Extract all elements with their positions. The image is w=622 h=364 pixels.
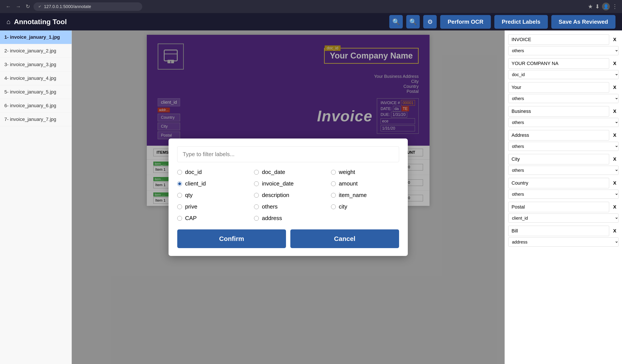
label-select-invoice[interactable]: others doc_id client_id invoice_date add… (508, 46, 619, 55)
sidebar: 1- invoice_january_1.jpg 2- invoice_janu… (0, 30, 72, 364)
zoom-in-button[interactable]: 🔍 (389, 15, 403, 28)
sidebar-item-6[interactable]: 6- invoice_january_6.jpg (0, 99, 72, 113)
right-panel-row-8: X client_id others doc_id (508, 202, 619, 223)
cancel-button[interactable]: Cancel (290, 230, 399, 248)
label-select-your[interactable]: others doc_id client_id (508, 94, 619, 103)
zoom-out-button[interactable]: 🔍 (406, 15, 420, 28)
download-icon[interactable]: ⬇ (595, 3, 600, 10)
forward-button[interactable]: → (14, 2, 22, 11)
option-weight[interactable]: weight (331, 169, 399, 175)
option-client-id[interactable]: client_id (177, 180, 245, 187)
back-button[interactable]: ← (4, 2, 12, 11)
label-value-country[interactable] (508, 178, 609, 188)
label-select-city[interactable]: others city doc_id (508, 166, 619, 175)
label-select-country[interactable]: others city doc_id (508, 190, 619, 199)
label-select-postal[interactable]: client_id others doc_id (508, 213, 619, 223)
label-select-company[interactable]: doc_id others client_id (508, 70, 619, 79)
option-description[interactable]: description (254, 192, 322, 198)
right-panel-row-6: X others city doc_id (508, 154, 619, 175)
option-qty[interactable]: qty (177, 192, 245, 198)
option-empty (331, 215, 399, 222)
option-item-name[interactable]: item_name (331, 192, 399, 198)
delete-your-btn[interactable]: X (611, 84, 619, 91)
label-value-company[interactable] (508, 58, 609, 69)
refresh-button[interactable]: ↻ (24, 2, 31, 11)
delete-business-btn[interactable]: X (611, 108, 619, 115)
label-select-business[interactable]: others doc_id client_id (508, 118, 619, 127)
delete-bill-btn[interactable]: X (611, 227, 619, 235)
label-value-postal[interactable] (508, 202, 609, 212)
right-panel-row-1: X others doc_id client_id invoice_date a… (508, 34, 619, 55)
label-picker-modal: doc_id doc_date weight client_id (169, 138, 408, 256)
sidebar-item-2[interactable]: 2- invoice_january_2.jpg (0, 44, 72, 58)
modal-button-row: Confirm Cancel (177, 230, 399, 248)
right-panel-row-4: X others doc_id client_id (508, 106, 619, 127)
app-topbar: ⌂ Annotating Tool 🔍 🔍 ⚙ Perform OCR Pred… (0, 13, 622, 30)
right-panel-row-9: X address others doc_id (508, 226, 619, 247)
option-prive[interactable]: prive (177, 203, 245, 210)
predict-labels-button[interactable]: Predict Labels (494, 15, 548, 29)
document-area: doc_id Your Company Name Your Business A… (72, 30, 505, 364)
home-icon[interactable]: ⌂ (6, 18, 10, 25)
app-title: Annotating Tool (14, 18, 386, 26)
delete-postal-btn[interactable]: X (611, 203, 619, 211)
option-invoice-date[interactable]: invoice_date (254, 180, 322, 187)
delete-invoice-btn[interactable]: X (611, 36, 619, 43)
option-others[interactable]: others (254, 203, 322, 210)
save-reviewed-button[interactable]: Save As Reviewed (551, 15, 616, 29)
option-cap[interactable]: CAP (177, 215, 245, 222)
label-value-bill[interactable] (508, 226, 609, 236)
label-value-your[interactable] (508, 82, 609, 93)
option-amount[interactable]: amount (331, 180, 399, 187)
delete-country-btn[interactable]: X (611, 179, 619, 187)
delete-city-btn[interactable]: X (611, 155, 619, 163)
right-panel-row-3: X others doc_id client_id (508, 82, 619, 103)
confirm-button[interactable]: Confirm (177, 230, 286, 248)
label-select-address[interactable]: others doc_id address (508, 142, 619, 151)
right-panel-row-7: X others city doc_id (508, 178, 619, 199)
settings-button[interactable]: ⚙ (423, 15, 437, 28)
right-panel: X others doc_id client_id invoice_date a… (505, 30, 622, 364)
ocr-button[interactable]: Perform OCR (440, 15, 491, 29)
label-value-invoice[interactable] (508, 34, 609, 45)
right-panel-row-2: X doc_id others client_id (508, 58, 619, 79)
sidebar-item-4[interactable]: 4- invoice_january_4.jpg (0, 72, 72, 85)
url-bar[interactable]: 🗸 127.0.0.1:5000/annotate (34, 2, 142, 11)
modal-options-grid: doc_id doc_date weight client_id (177, 169, 399, 222)
delete-company-btn[interactable]: X (611, 60, 619, 67)
star-icon[interactable]: ★ (588, 3, 593, 10)
delete-address-btn[interactable]: X (611, 132, 619, 139)
sidebar-item-3[interactable]: 3- invoice_january_3.jpg (0, 58, 72, 72)
label-value-city[interactable] (508, 154, 609, 164)
option-doc-date[interactable]: doc_date (254, 169, 322, 175)
option-city[interactable]: city (331, 203, 399, 210)
profile-icon[interactable]: 👤 (602, 3, 610, 10)
main-layout: 1- invoice_january_1.jpg 2- invoice_janu… (0, 30, 622, 364)
right-panel-row-5: X others doc_id address (508, 130, 619, 151)
label-select-bill[interactable]: address others doc_id (508, 237, 619, 247)
option-address[interactable]: address (254, 215, 322, 222)
label-value-address[interactable] (508, 130, 609, 140)
sidebar-item-5[interactable]: 5- invoice_january_5.jpg (0, 85, 72, 99)
option-doc-id[interactable]: doc_id (177, 169, 245, 175)
modal-overlay: doc_id doc_date weight client_id (72, 30, 505, 364)
sidebar-item-1[interactable]: 1- invoice_january_1.jpg (0, 30, 72, 44)
label-value-business[interactable] (508, 106, 609, 116)
menu-icon[interactable]: ⋮ (612, 3, 618, 10)
sidebar-item-7[interactable]: 7- invoice_january_7.jpg (0, 113, 72, 126)
label-filter-input[interactable] (177, 146, 399, 162)
